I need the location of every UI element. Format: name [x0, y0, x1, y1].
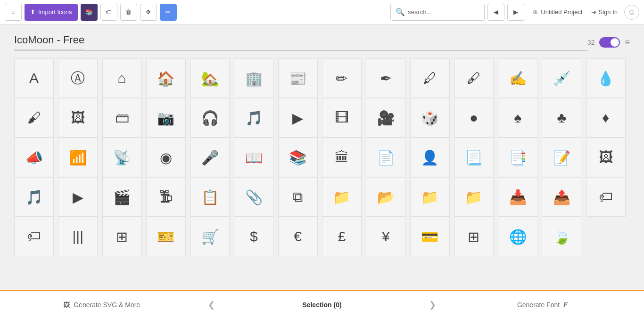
layers-icon: ⊕ — [533, 8, 538, 16]
icon-cell-music[interactable]: 🎵 — [234, 98, 273, 138]
icon-cell-folder-open[interactable]: 📂 — [366, 177, 405, 217]
icon-barcode: ||| — [73, 228, 83, 245]
icon-cell-home3[interactable]: 🏡 — [190, 58, 230, 98]
icon-cell-file-text[interactable]: 📄 — [366, 138, 405, 177]
icon-cell-pen[interactable]: 🖋 — [454, 58, 494, 98]
icon-mic: 🎤 — [201, 149, 219, 166]
right-arrow[interactable]: ❯ — [424, 300, 441, 310]
icon-cell-eyedropper[interactable]: 💉 — [542, 58, 581, 98]
icon-cell-bullhorn[interactable]: 📣 — [14, 138, 54, 177]
icon-cell-feed[interactable]: ◉ — [146, 138, 186, 177]
icon-cell-books[interactable]: 📚 — [278, 138, 318, 177]
icon-cell-film[interactable]: 🎞 — [322, 98, 362, 138]
icon-cell-home2[interactable]: 🏠 — [146, 58, 186, 98]
signin-button[interactable]: ➔ Sign In — [591, 8, 618, 16]
icon-cell-quill[interactable]: 🖊 — [410, 58, 450, 98]
icon-cell-folder-plus[interactable]: 📁 — [410, 177, 450, 217]
icon-cell-qrcode[interactable]: ⊞ — [102, 217, 142, 256]
icon-cell-image[interactable]: 🖼 — [58, 98, 98, 138]
generate-svg-section[interactable]: 🖼 Generate SVG & More — [0, 301, 203, 309]
icon-cell-file-picture[interactable]: 🖼 — [586, 138, 626, 177]
icon-file-zip: 🗜 — [159, 189, 173, 205]
import-icons-button[interactable]: ⬆ Import Icons — [25, 4, 78, 21]
icon-cell-folder[interactable]: 📁 — [322, 177, 362, 217]
icon-cell-mic[interactable]: 🎤 — [190, 138, 230, 177]
icon-cell-video-camera[interactable]: 🎥 — [366, 98, 405, 138]
icon-cell-paint-format[interactable]: 🖌 — [14, 98, 54, 138]
delete-button[interactable]: 🗑 — [120, 4, 137, 21]
icon-cell-ticket[interactable]: 🎫 — [146, 217, 186, 256]
icon-cell-copy[interactable]: 📋 — [190, 177, 230, 217]
icon-cell-file-video[interactable]: 🎬 — [102, 177, 142, 217]
edit-button[interactable]: ✏ — [160, 4, 177, 21]
icon-cell-price-tags[interactable]: 🏷 — [14, 217, 54, 256]
icon-file-play: ▶ — [73, 189, 83, 205]
icon-cell-adonisjs[interactable]: Ⓐ — [58, 58, 98, 98]
icon-cell-price-tag[interactable]: 🏷 — [586, 177, 626, 217]
icon-cell-profile[interactable]: 👤 — [410, 138, 450, 177]
set-header: IcoMoon - Free 32 ≡ — [14, 34, 630, 51]
icon-cell-newspaper[interactable]: 📰 — [278, 58, 318, 98]
icon-cell-blog[interactable]: ✍ — [498, 58, 537, 98]
icon-cell-pacman[interactable]: ● — [454, 98, 494, 138]
icon-cell-book[interactable]: 📖 — [234, 138, 273, 177]
icon-cell-file-play[interactable]: ▶ — [58, 177, 98, 217]
project-area: ⊕ Untitled Project — [533, 8, 582, 16]
icon-cell-dice[interactable]: 🎲 — [410, 98, 450, 138]
icon-cell-coin-dollar[interactable]: $ — [234, 217, 273, 256]
icon-cell-file-music[interactable]: 🎵 — [14, 177, 54, 217]
icon-cell-leaf[interactable]: 🍃 — [542, 217, 581, 256]
icon-file-music: 🎵 — [25, 189, 43, 205]
left-arrow[interactable]: ❮ — [203, 300, 220, 310]
icon-cell-globe[interactable]: 🌐 — [498, 217, 537, 256]
project-name: Untitled Project — [541, 8, 582, 16]
icon-cell-coin-euro[interactable]: € — [278, 217, 318, 256]
icon-file-empty: 📃 — [465, 149, 482, 166]
icon-cell-grid[interactable]: ⊞ — [454, 217, 494, 256]
icon-cell-barcode[interactable]: ||| — [58, 217, 98, 256]
icon-cell-diamonds[interactable]: ♦ — [586, 98, 626, 138]
icon-coin-dollar: $ — [250, 228, 258, 245]
generate-font-section[interactable]: Generate Font F — [441, 301, 644, 309]
icon-newspaper: 📰 — [289, 70, 306, 87]
icon-cell-stack[interactable]: ⧉ — [278, 177, 318, 217]
icon-cell-file-empty[interactable]: 📃 — [454, 138, 494, 177]
tag-button[interactable]: 🏷 — [100, 4, 117, 21]
icon-cell-podcast[interactable]: 📡 — [102, 138, 142, 177]
selection-section[interactable]: Selection (0) — [220, 301, 424, 309]
undo-button[interactable]: ◀ — [487, 4, 504, 21]
icon-cell-coin-pound[interactable]: £ — [322, 217, 362, 256]
icon-cell-clubs[interactable]: ♣ — [542, 98, 581, 138]
icon-cell-play[interactable]: ▶ — [278, 98, 318, 138]
icon-cell-home[interactable]: ⌂ — [102, 58, 142, 98]
icon-cell-headphones[interactable]: 🎧 — [190, 98, 230, 138]
icon-cell-spades[interactable]: ♠ — [498, 98, 537, 138]
icon-cell-coin-yen[interactable]: ¥ — [366, 217, 405, 256]
icon-cell-folder-download[interactable]: 📥 — [498, 177, 537, 217]
icon-cell-droplet[interactable]: 💧 — [586, 58, 626, 98]
library-button[interactable]: 📚 — [81, 4, 98, 21]
icon-cell-library[interactable]: 🏛 — [322, 138, 362, 177]
toggle-switch[interactable] — [599, 37, 620, 48]
list-view-icon[interactable]: ≡ — [625, 38, 630, 48]
icon-cell-file-text2[interactable]: 📝 — [542, 138, 581, 177]
icon-cell-pencil2[interactable]: ✒ — [366, 58, 405, 98]
icon-dice: 🎲 — [421, 110, 438, 126]
icon-cell-adonis[interactable]: A — [14, 58, 54, 98]
redo-button[interactable]: ▶ — [507, 4, 524, 21]
menu-button[interactable]: ≡ — [5, 4, 22, 21]
icon-cell-connection[interactable]: 📶 — [58, 138, 98, 177]
icon-cell-office[interactable]: 🏢 — [234, 58, 273, 98]
icon-cell-pencil[interactable]: ✏ — [322, 58, 362, 98]
icon-cell-paste[interactable]: 📎 — [234, 177, 273, 217]
icon-cell-credit-card[interactable]: 💳 — [410, 217, 450, 256]
icon-cell-file-zip[interactable]: 🗜 — [146, 177, 186, 217]
move-button[interactable]: ✥ — [140, 4, 157, 21]
icon-cell-folder-minus[interactable]: 📁 — [454, 177, 494, 217]
icon-cell-cart[interactable]: 🛒 — [190, 217, 230, 256]
icon-cell-images[interactable]: 🗃 — [102, 98, 142, 138]
search-input[interactable] — [408, 8, 479, 16]
icon-cell-camera[interactable]: 📷 — [146, 98, 186, 138]
icon-cell-files-empty[interactable]: 📑 — [498, 138, 537, 177]
icon-cell-folder-upload[interactable]: 📤 — [542, 177, 581, 217]
